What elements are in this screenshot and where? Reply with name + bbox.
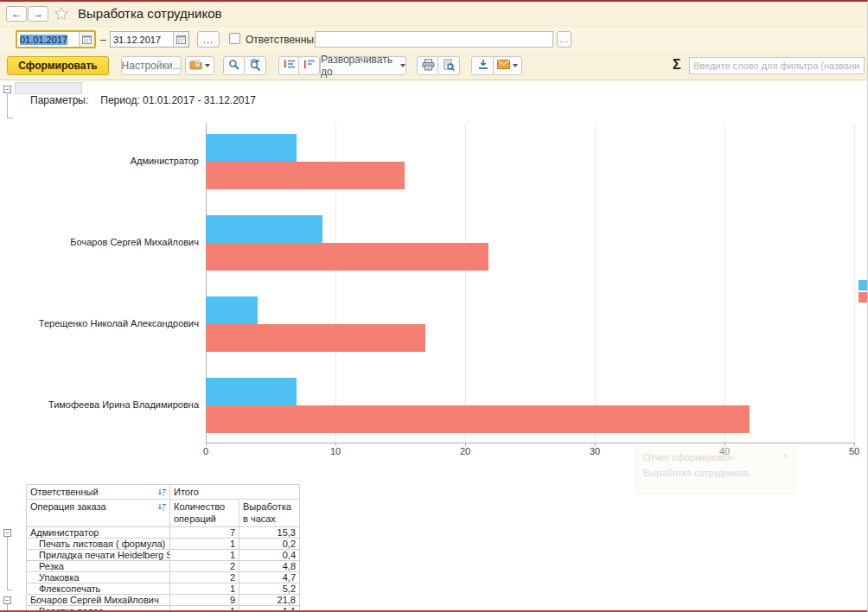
legend-swatch-count	[858, 280, 868, 290]
table-group-row[interactable]: Администратор715,3	[26, 527, 301, 539]
bar-operations-count	[206, 378, 297, 405]
expand-levels-icon	[284, 59, 296, 73]
bar-operations-count	[206, 296, 258, 324]
cell-hours: 15,3	[239, 527, 300, 539]
table-row[interactable]: Резка24,8	[26, 561, 301, 572]
cell-operation: Упаковка	[26, 572, 170, 583]
filter-bar: 01.01.2017 – 31.12.2017 ... Ответственны…	[0, 26, 867, 52]
group-collapse-toggle[interactable]: −	[3, 596, 11, 604]
sort-icon[interactable]	[157, 502, 166, 514]
calendar-icon[interactable]	[173, 32, 188, 47]
collapse-levels-button[interactable]	[298, 56, 320, 75]
period-more-button[interactable]: ...	[197, 31, 220, 48]
date-to-value[interactable]: 31.12.2017	[111, 32, 173, 47]
category-label: Терещенко Николай Александрович	[26, 318, 199, 328]
calendar-icon[interactable]	[79, 32, 94, 47]
table-body: Администратор715,3Печать листовая ( форм…	[26, 527, 301, 612]
expand-to-button[interactable]: Разворачивать до	[320, 56, 406, 75]
header-operation[interactable]: Операция заказа	[26, 500, 170, 527]
totals-sigma-icon[interactable]: Σ	[673, 57, 681, 73]
x-axis-line	[206, 443, 854, 443]
quick-filter-input[interactable]	[689, 57, 865, 74]
cell-hours: 0,4	[239, 550, 300, 561]
page-title: Выработка сотрудников	[78, 6, 222, 21]
table-row[interactable]: Приладка печати Heidelberg SM7410,4	[26, 550, 301, 561]
expand-to-label: Разворачивать до	[321, 54, 398, 78]
search-icon	[228, 59, 240, 73]
x-tick-label: 20	[460, 446, 470, 456]
date-from-value[interactable]: 01.01.2017	[17, 32, 79, 47]
responsible-more-button[interactable]: ...	[557, 31, 571, 48]
gridline	[595, 123, 596, 443]
search-next-button[interactable]	[244, 56, 266, 75]
cell-operation: Печать листовая ( формула)	[26, 539, 170, 550]
sort-icon[interactable]	[157, 488, 166, 500]
responsible-label: Ответственный:	[246, 34, 322, 46]
category-label: Бочаров Сергей Михайлович	[26, 237, 199, 247]
table-header-row: Операция заказа Количество операций Выра…	[26, 500, 301, 527]
report-variants-button[interactable]	[185, 56, 214, 75]
x-tick-label: 30	[590, 446, 600, 456]
envelope-icon	[497, 60, 510, 72]
app-window: ← → Выработка сотрудников 01.01.2017 – 3…	[0, 0, 868, 612]
group-collapse-toggle[interactable]: −	[3, 529, 11, 537]
report-table: Ответственный Итого Операция заказа Коли…	[26, 484, 301, 612]
nav-bar: ← → Выработка сотрудников	[0, 2, 867, 26]
legend-swatch-hours	[858, 292, 868, 303]
send-mail-button[interactable]	[493, 56, 522, 75]
table-row[interactable]: Печать листовая ( формула)10,2	[26, 539, 301, 550]
save-file-button[interactable]	[471, 56, 495, 75]
table-row[interactable]: Упаковка24,7	[26, 572, 301, 583]
cell-operation: Бочаров Сергей Михайлович	[26, 595, 170, 606]
favorite-star-icon[interactable]	[54, 6, 69, 25]
table-group-row[interactable]: Бочаров Сергей Михайлович921,8	[26, 595, 301, 606]
cell-hours: 5,2	[239, 583, 300, 595]
toast-report-link[interactable]: Выработка сотрудников	[643, 468, 787, 478]
cell-count: 1	[170, 539, 239, 550]
header-responsible[interactable]: Ответственный	[26, 484, 170, 500]
cell-count: 7	[170, 527, 239, 539]
generate-button[interactable]: Сформировать	[7, 56, 109, 75]
cell-count: 9	[170, 595, 239, 606]
forward-button[interactable]: →	[28, 6, 48, 22]
search-button[interactable]	[223, 56, 246, 75]
date-to-field[interactable]: 31.12.2017	[110, 31, 189, 48]
bar-hours	[206, 405, 750, 433]
printer-icon	[422, 59, 435, 73]
bar-operations-count	[206, 215, 322, 243]
cell-count: 1	[170, 583, 239, 595]
x-tick-label: 0	[203, 446, 208, 456]
print-button[interactable]	[417, 56, 439, 75]
cell-count: 2	[170, 561, 239, 572]
chevron-down-icon	[205, 64, 210, 67]
back-button[interactable]: ←	[6, 6, 27, 22]
toast-notification: Отчет сформирован × Выработка сотруднико…	[635, 446, 795, 494]
responsible-input[interactable]	[315, 31, 553, 48]
cell-hours: 4,8	[239, 561, 300, 572]
cell-count: 2	[170, 572, 239, 583]
cell-hours: 4,7	[239, 572, 300, 583]
report-variant-icon	[189, 59, 202, 73]
settings-button[interactable]: Настройки...	[121, 56, 182, 75]
print-preview-icon	[443, 59, 455, 73]
x-tick-label: 50	[849, 446, 859, 456]
toast-title: Отчет сформирован	[643, 452, 787, 462]
table-header-row: Ответственный Итого	[26, 484, 301, 500]
cell-operation: Приладка печати Heidelberg SM74	[26, 550, 170, 561]
responsible-checkbox[interactable]	[229, 33, 240, 44]
gridline	[465, 123, 466, 443]
header-total: Итого	[170, 484, 300, 500]
bar-hours	[206, 324, 425, 352]
category-label: Тимофеева Ирина Владимировна	[26, 399, 199, 410]
expand-levels-button[interactable]	[278, 56, 300, 75]
date-range-dash: –	[100, 34, 106, 46]
toast-close-icon[interactable]: ×	[782, 450, 788, 461]
report-spreadsheet: − Параметры:Период: 01.01.2017 - 31.12.2…	[0, 80, 867, 612]
cell-operation: Резка	[26, 561, 170, 572]
gridline	[724, 123, 725, 443]
table-row[interactable]: Флексопечать15,2	[26, 583, 301, 595]
date-from-field[interactable]: 01.01.2017	[16, 30, 96, 48]
header-hours: Выработка в часах	[239, 500, 300, 527]
print-preview-button[interactable]	[437, 56, 460, 75]
gridline	[854, 123, 855, 443]
